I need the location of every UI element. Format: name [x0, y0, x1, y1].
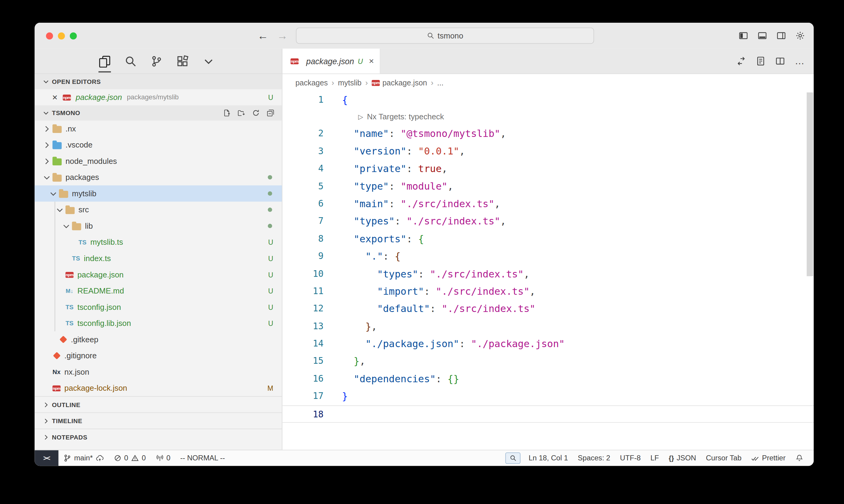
tree-item[interactable]: src	[35, 202, 282, 218]
code-line[interactable]: ".": {	[324, 248, 400, 265]
source-control-view-icon[interactable]	[150, 55, 163, 67]
encoding-status[interactable]: UTF-8	[615, 454, 645, 462]
line-number[interactable]: 6	[282, 195, 324, 213]
codelens-link[interactable]: ▷Nx Targets: typecheck	[282, 109, 444, 125]
tree-item[interactable]: TSmytslib.tsU	[35, 234, 282, 251]
code-line[interactable]: "dependencies": {}	[324, 370, 459, 388]
search-view-icon[interactable]	[124, 55, 137, 67]
code-line[interactable]: "types": "./src/index.ts",	[324, 213, 506, 230]
more-actions-icon[interactable]: …	[795, 55, 805, 67]
tree-item[interactable]: .vscode	[35, 137, 282, 153]
line-number[interactable]: 3	[282, 143, 324, 160]
line-number[interactable]: 7	[282, 213, 324, 230]
code-line[interactable]: "version": "0.0.1",	[324, 143, 465, 160]
code-line[interactable]: "types": "./src/index.ts",	[324, 265, 530, 283]
code-line[interactable]: "private": true,	[324, 160, 447, 178]
code-line[interactable]: "name": "@tsmono/mytslib",	[324, 125, 506, 143]
compare-changes-icon[interactable]	[736, 56, 746, 66]
back-button[interactable]: ←	[257, 30, 268, 42]
line-number[interactable]: 18	[282, 406, 324, 422]
tree-item[interactable]: node_modules	[35, 153, 282, 169]
problems-status[interactable]: 0 0	[108, 450, 151, 466]
code-line[interactable]: },	[324, 353, 365, 370]
line-number[interactable]: 11	[282, 283, 324, 300]
line-number[interactable]: 2	[282, 125, 324, 143]
notifications-status[interactable]	[790, 454, 808, 462]
vertical-scrollbar[interactable]	[807, 92, 813, 276]
toggle-panel-icon[interactable]	[757, 31, 767, 41]
chevron-down-icon[interactable]	[202, 55, 214, 67]
split-editor-icon[interactable]	[775, 56, 785, 66]
collapse-all-icon[interactable]	[267, 109, 274, 116]
tree-item[interactable]: npmpackage.jsonU	[35, 267, 282, 283]
tree-item[interactable]: mytslib	[35, 185, 282, 202]
maximize-window-button[interactable]	[70, 32, 77, 39]
tree-item[interactable]: TSindex.tsU	[35, 250, 282, 267]
tree-item[interactable]: Nxnx.json	[35, 364, 282, 380]
refresh-icon[interactable]	[252, 109, 260, 116]
extensions-view-icon[interactable]	[176, 55, 189, 67]
minimize-window-button[interactable]	[58, 32, 65, 39]
sidebar-section-outline[interactable]: OUTLINE	[35, 396, 282, 413]
code-line[interactable]: {	[324, 91, 348, 109]
tree-item[interactable]: lib	[35, 218, 282, 234]
code-line[interactable]: "import": "./src/index.ts",	[324, 283, 535, 300]
tree-item[interactable]: packages	[35, 169, 282, 186]
line-number[interactable]: 14	[282, 335, 324, 353]
line-number[interactable]: 12	[282, 300, 324, 318]
language-status[interactable]: {} JSON	[664, 454, 701, 462]
toggle-secondary-sidebar-icon[interactable]	[776, 31, 786, 41]
new-file-icon[interactable]	[223, 109, 230, 116]
line-number[interactable]: 1	[282, 91, 324, 109]
open-changes-icon[interactable]	[756, 56, 765, 66]
breadcrumb-item[interactable]: packages	[295, 78, 328, 87]
close-window-button[interactable]	[46, 32, 53, 39]
new-folder-icon[interactable]	[237, 109, 245, 116]
breadcrumb-item[interactable]: mytslib	[338, 78, 362, 87]
tree-item[interactable]: M↓README.mdU	[35, 283, 282, 299]
eol-status[interactable]: LF	[645, 454, 664, 462]
line-number[interactable]: 8	[282, 230, 324, 248]
code-line[interactable]: "type": "module",	[324, 178, 453, 195]
settings-gear-icon[interactable]	[795, 31, 805, 41]
open-editor-item[interactable]: ✕ npm package.json packages/mytslib U	[35, 89, 282, 105]
formatter-status[interactable]: Prettier	[746, 454, 790, 462]
line-number[interactable]: 13	[282, 318, 324, 335]
line-number[interactable]: 15	[282, 353, 324, 370]
sidebar-section-timeline[interactable]: TIMELINE	[35, 413, 282, 429]
cursor-tab-status[interactable]: Cursor Tab	[701, 454, 746, 462]
vim-mode-status[interactable]: -- NORMAL --	[175, 450, 230, 466]
line-number[interactable]: 17	[282, 388, 324, 405]
close-tab-icon[interactable]: ×	[369, 56, 374, 66]
tab-package-json[interactable]: npm package.json U ×	[282, 49, 380, 74]
code-line[interactable]: },	[324, 318, 377, 335]
explorer-section-header[interactable]: TSMONO	[35, 105, 282, 121]
code-line[interactable]	[324, 406, 342, 422]
tree-item[interactable]: npmpackage-lock.jsonM	[35, 380, 282, 396]
titlebar-search[interactable]: tsmono	[296, 28, 594, 44]
code-line[interactable]: "default": "./src/index.ts"	[324, 300, 535, 318]
sidebar-section-notepads[interactable]: NOTEPADS	[35, 429, 282, 445]
zoom-indicator[interactable]	[505, 452, 520, 464]
indentation-status[interactable]: Spaces: 2	[573, 454, 615, 462]
breadcrumb-item[interactable]: npmpackage.json	[372, 78, 427, 87]
tree-item[interactable]: .nx	[35, 121, 282, 137]
breadcrumb-item[interactable]: ...	[437, 78, 444, 87]
open-editors-header[interactable]: OPEN EDITORS	[35, 74, 282, 89]
forward-button[interactable]: →	[277, 30, 288, 42]
tree-item[interactable]: TStsconfig.lib.jsonU	[35, 315, 282, 331]
code-line[interactable]: }	[324, 388, 348, 405]
cursor-position-status[interactable]: Ln 18, Col 1	[524, 454, 573, 462]
tree-item[interactable]: .gitignore	[35, 348, 282, 364]
ports-status[interactable]: 0	[151, 450, 175, 466]
close-editor-icon[interactable]: ✕	[52, 93, 62, 102]
explorer-view-icon[interactable]	[99, 55, 111, 67]
line-number[interactable]: 16	[282, 370, 324, 388]
toggle-primary-sidebar-icon[interactable]	[739, 31, 748, 41]
code-line[interactable]: "main": "./src/index.ts",	[324, 195, 500, 213]
tree-item[interactable]: TStsconfig.jsonU	[35, 299, 282, 315]
tree-item[interactable]: .gitkeep	[35, 331, 282, 348]
branch-status[interactable]: main*	[58, 450, 108, 466]
code-editor[interactable]: 1{▷Nx Targets: typecheck2 "name": "@tsmo…	[282, 91, 814, 450]
line-number[interactable]: 10	[282, 265, 324, 283]
